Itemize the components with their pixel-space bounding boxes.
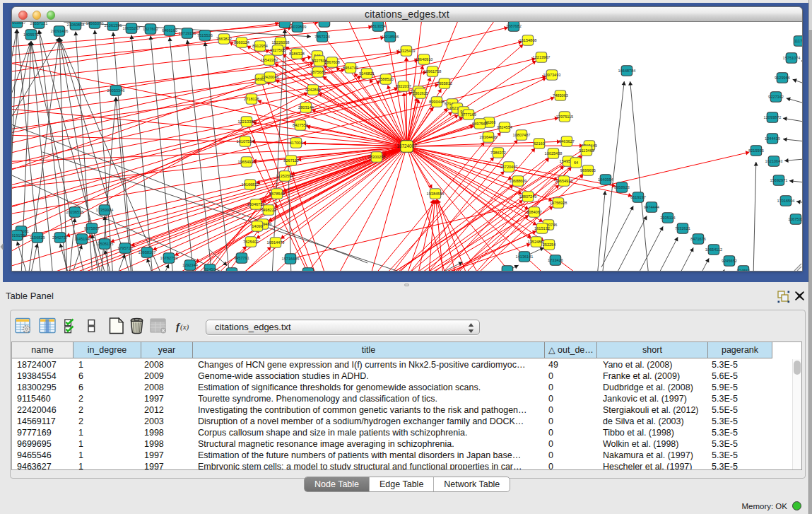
svg-text:15226058: 15226058 [272,40,290,45]
svg-text:1527602: 1527602 [143,27,158,31]
svg-text:5498222: 5498222 [261,208,276,212]
svg-text:22420046: 22420046 [261,75,279,79]
svg-text:15720407: 15720407 [500,165,518,169]
svg-text:12213967: 12213967 [533,55,551,59]
svg-text:9463627: 9463627 [559,139,575,144]
svg-text:16914479: 16914479 [267,240,285,245]
svg-text:10958107: 10958107 [139,250,156,255]
svg-text:2803144: 2803144 [298,105,314,110]
svg-text:16210643: 16210643 [765,159,783,163]
svg-text:15751074: 15751074 [783,56,801,60]
svg-text:19218506: 19218506 [382,35,399,39]
svg-text:6619197: 6619197 [630,195,646,199]
svg-text:16033809: 16033809 [289,25,307,29]
svg-text:20053346: 20053346 [107,88,125,93]
svg-text:20206536: 20206536 [66,210,84,214]
svg-text:8912954: 8912954 [252,44,268,48]
svg-text:10973493: 10973493 [543,73,561,77]
svg-text:12093872: 12093872 [764,115,782,119]
svg-text:924561: 924561 [737,269,751,271]
svg-text:1244419: 1244419 [765,136,780,141]
svg-text:17016504: 17016504 [777,199,795,203]
svg-text:64: 64 [574,160,578,165]
svg-text:14136141: 14136141 [516,255,534,259]
svg-text:3919159: 3919159 [12,233,25,238]
svg-text:19654923: 19654923 [238,160,256,164]
svg-text:9242848: 9242848 [305,88,321,92]
svg-text:8215955: 8215955 [748,148,764,153]
svg-text:417004: 417004 [290,141,303,145]
svg-text:8186328: 8186328 [289,52,305,56]
svg-text:8454749: 8454749 [343,66,358,70]
svg-text:7515526: 7515526 [197,33,213,37]
svg-text:16046758: 16046758 [247,202,265,206]
svg-text:20557121: 20557121 [30,22,48,25]
svg-text:17359924: 17359924 [96,208,114,212]
svg-text:9129966: 9129966 [775,76,790,80]
svg-text:10654112: 10654112 [705,247,722,252]
svg-text:1156829: 1156829 [30,235,45,240]
svg-text:252254: 252254 [543,243,556,247]
svg-text:20091406: 20091406 [51,29,69,33]
svg-text:10025438: 10025438 [545,151,563,156]
svg-text:2942737: 2942737 [52,235,68,240]
svg-text:1640954: 1640954 [598,177,613,182]
svg-text:1292344: 1292344 [182,263,198,267]
svg-text:16782759: 16782759 [160,256,178,260]
svg-text:7663822: 7663822 [216,37,232,41]
svg-text:12213389: 12213389 [238,119,256,124]
svg-text:13325419: 13325419 [398,49,416,53]
svg-text:8958923: 8958923 [614,185,630,189]
svg-text:16543382: 16543382 [261,58,278,62]
svg-text:10719155: 10719155 [179,31,196,35]
svg-text:8678542: 8678542 [269,192,285,196]
svg-text:18300295: 18300295 [368,155,386,159]
svg-text:1733426: 1733426 [548,258,563,262]
svg-text:62160: 62160 [534,141,545,146]
svg-text:18640910: 18640910 [416,57,433,62]
svg-text:7955812: 7955812 [437,81,452,86]
svg-text:9084067: 9084067 [526,210,542,214]
svg-text:19910557: 19910557 [12,22,25,25]
svg-text:8813054: 8813054 [370,24,386,28]
svg-text:10688609: 10688609 [510,179,527,183]
svg-text:19756928: 19756928 [550,201,567,205]
svg-text:10807487: 10807487 [513,133,531,137]
svg-text:9777169: 9777169 [461,112,476,117]
svg-text:92450: 92450 [204,267,216,271]
svg-text:8322037: 8322037 [396,84,411,88]
svg-text:18807249: 18807249 [519,194,537,199]
svg-text:1145194: 1145194 [74,237,89,241]
svg-text:21061396: 21061396 [105,23,122,28]
svg-text:1167533: 1167533 [788,217,802,221]
svg-text:2687682: 2687682 [506,24,522,28]
svg-text:2935114: 2935114 [660,216,675,220]
svg-text:12505135: 12505135 [96,242,114,246]
svg-text:11353594: 11353594 [276,174,293,178]
svg-text:12975115: 12975115 [556,115,573,119]
svg-text:3824554: 3824554 [497,125,512,129]
svg-text:21060858: 21060858 [67,23,85,27]
svg-text:18724007: 18724007 [396,144,417,148]
svg-text:8471676: 8471676 [690,237,706,241]
svg-text:1615132: 1615132 [534,226,550,230]
svg-text:2718126: 2718126 [244,97,259,101]
svg-text:10961758: 10961758 [424,69,442,74]
svg-text:9474444: 9474444 [644,205,659,209]
svg-text:19166827: 19166827 [242,182,259,187]
svg-text:3875685: 3875685 [310,70,326,74]
svg-text:9975867: 9975867 [84,226,100,230]
svg-text:1405571: 1405571 [23,33,39,37]
svg-text:(x): (x) [180,322,189,332]
svg-text:7386372: 7386372 [490,151,506,155]
svg-text:15692971: 15692971 [770,178,788,182]
svg-text:9457791: 9457791 [234,256,249,260]
svg-text:9113463: 9113463 [579,148,594,153]
svg-text:8660124: 8660124 [234,40,249,45]
svg-text:19565370: 19565370 [86,22,104,25]
svg-text:2867608: 2867608 [324,60,340,64]
svg-text:6466160: 6466160 [162,28,177,33]
svg-text:6497568: 6497568 [472,122,488,126]
svg-text:1795722: 1795722 [117,246,133,250]
svg-text:8427552: 8427552 [293,123,308,127]
